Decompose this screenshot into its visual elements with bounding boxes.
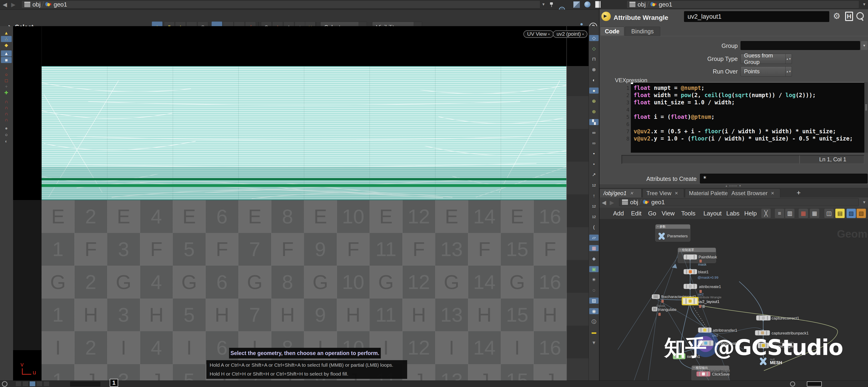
background-image-icon[interactable]: ▨	[589, 298, 598, 304]
columns-icon[interactable]: ▥	[785, 209, 795, 218]
uv-viewport[interactable]: E2E4E6E8E10E12E14E161F3F5F7F9F11F13F15FG…	[13, 26, 589, 381]
camera-tool-icon[interactable]: ●	[1, 125, 12, 131]
uv-overlap-icon[interactable]: ▣	[589, 266, 598, 272]
menu-layout[interactable]: Layout	[704, 208, 722, 219]
sticky-note-icon[interactable]: ▤	[835, 209, 845, 218]
high-quality-lighting-icon[interactable]: ⊕	[589, 98, 598, 104]
current-frame-marker[interactable]: 1	[110, 379, 118, 387]
vex-code-editor[interactable]: float numpt = @numpt;float width = pow(2…	[631, 82, 864, 153]
snap-multi-magnet-icon[interactable]: ∩	[1, 117, 12, 123]
network-path-field[interactable]: obj geo1	[619, 198, 859, 206]
prims-mode-tool-icon[interactable]: ◆	[1, 42, 12, 48]
spinner-icon[interactable]: ▲▼	[785, 67, 792, 76]
snap-grid-magnet-icon[interactable]: ∩	[1, 98, 12, 104]
info-icon[interactable]: ⓘ	[589, 319, 598, 325]
playbar-button-active[interactable]	[29, 381, 35, 387]
houdini-help-icon[interactable]: H	[845, 12, 853, 21]
node-attribcreate1[interactable]	[684, 284, 697, 289]
spinner-icon[interactable]: ▲▼	[785, 54, 792, 64]
menu-go[interactable]: Go	[648, 208, 656, 219]
stow-down-icon[interactable]: ▼	[589, 340, 598, 346]
pane-tab--obj-geo1[interactable]: /obj/geo1✕	[599, 189, 642, 197]
path-dropdown-icon[interactable]: ▼	[862, 200, 866, 204]
tab-code[interactable]: Code	[600, 27, 624, 36]
handles-axis-tool-icon[interactable]: ✚	[1, 90, 12, 96]
node-attribtransfer1[interactable]	[698, 327, 712, 333]
secure-selection-lock-icon[interactable]: ■	[1, 57, 12, 63]
close-icon[interactable]: ✕	[675, 191, 678, 196]
material-pane-icon[interactable]	[584, 1, 590, 7]
menu-add[interactable]: Add	[613, 208, 624, 219]
profile-curves-icon[interactable]: (	[589, 224, 598, 230]
node-flag-icon[interactable]	[699, 305, 701, 308]
pose-tool-icon[interactable]: +	[1, 84, 12, 90]
menu-tools[interactable]: Tools	[681, 208, 695, 219]
smooth-shaded-icon[interactable]: ∞	[589, 130, 598, 136]
path-field-left[interactable]: obj geo1	[22, 0, 540, 8]
snap-curve-magnet-icon[interactable]: ∩	[1, 104, 12, 110]
node-flag-icon[interactable]	[661, 300, 664, 303]
network-editor[interactable]: Geome − 参数− 绘制遮罩− 模型输	[599, 219, 868, 381]
background-image-icon[interactable]: ▨	[846, 209, 856, 218]
panel-divider[interactable]	[599, 0, 599, 381]
display-textures-icon[interactable]: ▦	[589, 245, 598, 251]
forward-icon[interactable]: ▶	[609, 198, 615, 207]
uv-grid-icon[interactable]: ◇	[589, 35, 598, 41]
prim-normals-icon[interactable]: ◈	[589, 256, 598, 262]
flat-shaded-icon[interactable]: ∞	[589, 140, 598, 146]
uv-layout-geometry[interactable]	[41, 66, 566, 200]
node-blast1[interactable]	[684, 269, 697, 274]
points-mode-tool-icon[interactable]: ∴	[1, 36, 12, 42]
uv-template-icon[interactable]: ◇	[589, 45, 598, 52]
close-icon[interactable]: ✕	[630, 191, 633, 196]
point-markers-icon[interactable]: •	[589, 161, 598, 167]
pane-tab-tree-view[interactable]: Tree View✕	[643, 189, 684, 197]
point-normals-icon[interactable]: ↗	[589, 171, 598, 178]
node-clicksave[interactable]	[696, 372, 710, 377]
playbar-button[interactable]	[36, 381, 42, 387]
view-globe-tool-icon[interactable]: ○	[1, 132, 12, 138]
point-numbers-icon[interactable]: 12	[589, 182, 598, 188]
layout-icon[interactable]: ◫	[824, 209, 834, 218]
new-tab-button[interactable]: +	[794, 189, 804, 197]
playbar-button[interactable]	[23, 381, 29, 387]
path-dropdown-icon-right[interactable]: ▼	[862, 2, 866, 6]
group-type-dropdown[interactable]: Guess from Group ▲▼	[741, 54, 792, 64]
menu-help[interactable]: Help	[744, 208, 757, 219]
pin-pane-icon[interactable]	[549, 2, 554, 7]
gear-icon[interactable]: ⚙	[833, 11, 840, 21]
tab-bindings[interactable]: Bindings	[625, 27, 660, 36]
editor-scrollbar[interactable]	[864, 82, 868, 153]
playbar-ghost-icon[interactable]	[2, 381, 7, 387]
snap-point-magnet-icon[interactable]: ∩	[1, 110, 12, 117]
headlight-icon[interactable]: ◐	[589, 77, 598, 83]
handle-bar-icon[interactable]: ▬	[589, 329, 598, 335]
node-flag-icon[interactable]	[703, 305, 705, 308]
scene-view-pane-icon[interactable]	[573, 1, 580, 8]
scale-tool-icon[interactable]: □	[1, 77, 12, 84]
playbar-button[interactable]	[43, 381, 50, 387]
playbar-value-box[interactable]	[807, 381, 822, 387]
uv-attribute-pill[interactable]: uv2 (point)▾	[553, 30, 587, 38]
breadcrumb-obj[interactable]: obj	[630, 199, 638, 206]
vertex-markers-icon[interactable]: ↑	[589, 193, 598, 199]
page-pane-icon[interactable]	[595, 1, 601, 8]
view-mode-pill[interactable]: UV View▾	[523, 30, 554, 38]
back-icon[interactable]: ◀	[600, 198, 608, 207]
select-arrow-tool-icon[interactable]: ▲	[1, 51, 12, 57]
node-triangulate[interactable]	[652, 307, 657, 311]
close-icon[interactable]: ✕	[771, 191, 774, 196]
breadcrumb-geo[interactable]: geo1	[659, 1, 672, 8]
menu-edit[interactable]: Edit	[631, 208, 642, 219]
search-icon[interactable]	[856, 12, 864, 20]
snapshot-icon[interactable]: ▦	[810, 209, 819, 218]
show-points-tool-icon[interactable]: ▲	[1, 30, 12, 36]
node-name-field[interactable]: uv2_layout1	[684, 11, 829, 22]
rotate-tool-icon[interactable]: ○	[1, 71, 12, 77]
node-flag-icon[interactable]	[658, 313, 661, 316]
node-capturecorrect1[interactable]	[756, 315, 771, 320]
forward-icon[interactable]: ▶	[10, 0, 17, 9]
node-parameters[interactable]	[657, 233, 666, 239]
snapshot-pin-icon[interactable]: ◉	[589, 308, 598, 314]
vertex-numbers-icon[interactable]: 12	[589, 203, 598, 209]
